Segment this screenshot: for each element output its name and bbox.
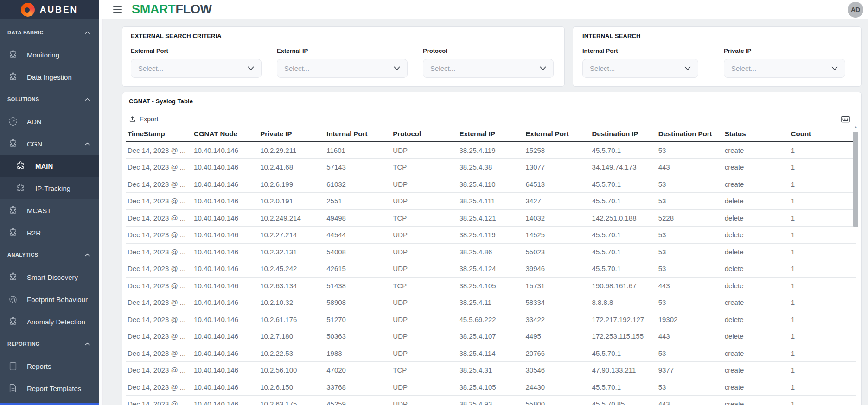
table-cell: delete	[723, 260, 790, 278]
sidebar-section-analytics[interactable]: ANALYTICS	[0, 244, 99, 266]
column-header-cgnat-node[interactable]: CGNAT Node	[192, 128, 259, 142]
column-header-destination-port[interactable]: Destination Port	[657, 128, 723, 142]
external-ip-select[interactable]: Select...	[277, 59, 408, 78]
table-cell: delete	[723, 209, 790, 227]
internal-search-fields: Internal Port Select... Private IP Selec…	[582, 47, 852, 78]
user-avatar[interactable]: AD	[848, 2, 863, 18]
sidebar-section-reporting[interactable]: REPORTING	[0, 333, 99, 355]
app-title-primary: SMART	[132, 2, 176, 16]
column-header-destination-ip[interactable]: Destination IP	[591, 128, 657, 142]
table-cell: 10.2.22.53	[259, 345, 325, 362]
field-protocol: Protocol Select...	[423, 47, 554, 78]
sidebar-item-monitoring[interactable]: Monitoring	[0, 44, 99, 66]
table-cell: 38.25.4.38	[458, 159, 524, 176]
table-cell: 53	[657, 243, 723, 260]
table-cell: 1	[790, 362, 856, 379]
table-cell: 45.5.70.1	[591, 345, 657, 362]
column-header-protocol[interactable]: Protocol	[391, 128, 458, 142]
table-cell: 53	[657, 260, 723, 278]
sidebar-item-r2r[interactable]: R2R	[0, 221, 99, 244]
sidebar-item-anomaly-detection[interactable]: Anomaly Detection	[0, 310, 99, 333]
sidebar-item-report-templates[interactable]: Report Templates	[0, 377, 99, 399]
table-cell: 33422	[524, 311, 590, 328]
hamburger-menu-icon[interactable]	[113, 5, 122, 15]
column-header-timestamp[interactable]: TimeStamp	[126, 128, 192, 142]
table-cell: 1	[790, 142, 856, 159]
external-port-label: External Port	[131, 47, 262, 54]
table-row[interactable]: Dec 14, 2023 @ ...10.40.140.14610.2.41.6…	[126, 159, 856, 176]
table-row[interactable]: Dec 14, 2023 @ ...10.40.140.14610.2.63.1…	[126, 396, 856, 405]
table-row[interactable]: Dec 14, 2023 @ ...10.40.140.14610.2.27.2…	[126, 227, 856, 244]
table-row[interactable]: Dec 14, 2023 @ ...10.40.140.14610.2.29.2…	[126, 142, 856, 159]
table-row[interactable]: Dec 14, 2023 @ ...10.40.140.14610.2.45.2…	[126, 260, 856, 278]
sidebar-item-reports[interactable]: Reports	[0, 355, 99, 377]
puzzle-icon	[8, 272, 19, 282]
table-header-row: TimeStampCGNAT NodePrivate IPInternal Po…	[126, 128, 856, 142]
table-row[interactable]: Dec 14, 2023 @ ...10.40.140.14610.2.22.5…	[126, 345, 856, 362]
column-header-external-port[interactable]: External Port	[524, 128, 590, 142]
table-cell: 4495	[524, 328, 590, 345]
auben-logo-text: AUBEN	[40, 5, 78, 15]
sidebar-item-main[interactable]: MAIN	[0, 155, 99, 177]
table-cell: UDP	[391, 345, 458, 362]
content-scrollbar[interactable]	[99, 19, 103, 405]
export-button[interactable]: Export	[129, 115, 158, 123]
sidebar-item-label: IP-Tracking	[35, 184, 90, 192]
internal-port-select[interactable]: Select...	[582, 59, 698, 78]
table-cell: 10.2.56.100	[259, 362, 325, 379]
app-title: SMARTFLOW	[132, 2, 212, 17]
chevron-down-icon	[831, 66, 838, 70]
table-row[interactable]: Dec 14, 2023 @ ...10.40.140.14610.2.63.1…	[126, 277, 856, 294]
keyboard-icon[interactable]	[841, 116, 850, 123]
column-header-count[interactable]: Count	[790, 128, 856, 142]
column-header-status[interactable]: Status	[723, 128, 790, 142]
table-row[interactable]: Dec 14, 2023 @ ...10.40.140.14610.2.10.3…	[126, 294, 856, 311]
table-cell: 14525	[524, 227, 590, 244]
table-cell: 1	[790, 159, 856, 176]
sidebar-section-solutions[interactable]: SOLUTIONS	[0, 88, 99, 110]
sidebar-item-smart-discovery[interactable]: Smart Discovery	[0, 266, 99, 288]
table-cell: 51438	[325, 277, 391, 294]
field-external-ip: External IP Select...	[277, 47, 408, 78]
table-row[interactable]: Dec 14, 2023 @ ...10.40.140.14610.2.6.19…	[126, 176, 856, 193]
private-ip-label: Private IP	[724, 47, 845, 54]
table-cell: 10.40.140.146	[192, 176, 259, 193]
scroll-up-arrow-icon[interactable]: ▲	[853, 125, 859, 129]
sidebar-item-label: MCAST	[27, 207, 90, 215]
table-row[interactable]: Dec 14, 2023 @ ...10.40.140.14610.2.56.1…	[126, 362, 856, 379]
table-row[interactable]: Dec 14, 2023 @ ...10.40.140.14610.2.32.1…	[126, 243, 856, 260]
scrollbar-thumb[interactable]	[853, 132, 858, 227]
table-cell: 1983	[325, 345, 391, 362]
sidebar-item-footprint-behaviour[interactable]: Footprint Behaviour	[0, 288, 99, 310]
sidebar-item-label: Reports	[27, 362, 90, 370]
auben-logo[interactable]: AUBEN	[0, 0, 99, 19]
table-row[interactable]: Dec 14, 2023 @ ...10.40.140.14610.2.61.1…	[126, 311, 856, 328]
table-cell: 10.2.63.134	[259, 277, 325, 294]
table-cell: 10.40.140.146	[192, 193, 259, 210]
external-port-select[interactable]: Select...	[131, 59, 262, 78]
column-header-private-ip[interactable]: Private IP	[259, 128, 325, 142]
table-cell: UDP	[391, 227, 458, 244]
table-cell: UDP	[391, 176, 458, 193]
column-header-internal-port[interactable]: Internal Port	[325, 128, 391, 142]
table-cell: 11601	[325, 142, 391, 159]
table-row[interactable]: Dec 14, 2023 @ ...10.40.140.14610.2.249.…	[126, 209, 856, 227]
table-cell: 1	[790, 209, 856, 227]
sidebar-item-label: Monitoring	[27, 51, 90, 59]
table-row[interactable]: Dec 14, 2023 @ ...10.40.140.14610.2.7.18…	[126, 328, 856, 345]
sidebar-item-data-ingestion[interactable]: Data Ingestion	[0, 66, 99, 88]
table-row[interactable]: Dec 14, 2023 @ ...10.40.140.14610.2.0.19…	[126, 193, 856, 210]
sidebar-item-ip-tracking[interactable]: IP-Tracking	[0, 177, 99, 199]
protocol-select[interactable]: Select...	[423, 59, 554, 78]
sidebar-item-cgn[interactable]: CGN	[0, 133, 99, 155]
sidebar-section-data-fabric[interactable]: DATA FABRIC	[0, 21, 99, 44]
column-header-external-ip[interactable]: External IP	[458, 128, 524, 142]
sidebar-item-mcast[interactable]: MCAST	[0, 199, 99, 221]
private-ip-select[interactable]: Select...	[724, 59, 845, 78]
table-row[interactable]: Dec 14, 2023 @ ...10.40.140.14610.2.6.15…	[126, 379, 856, 396]
table-cell: 10.2.41.68	[259, 159, 325, 176]
sidebar-item-adn[interactable]: ADN	[0, 110, 99, 133]
table-scrollbar[interactable]: ▲	[853, 125, 859, 403]
table-cell: 45.5.70.1	[591, 227, 657, 244]
table-cell: 10.40.140.146	[192, 159, 259, 176]
